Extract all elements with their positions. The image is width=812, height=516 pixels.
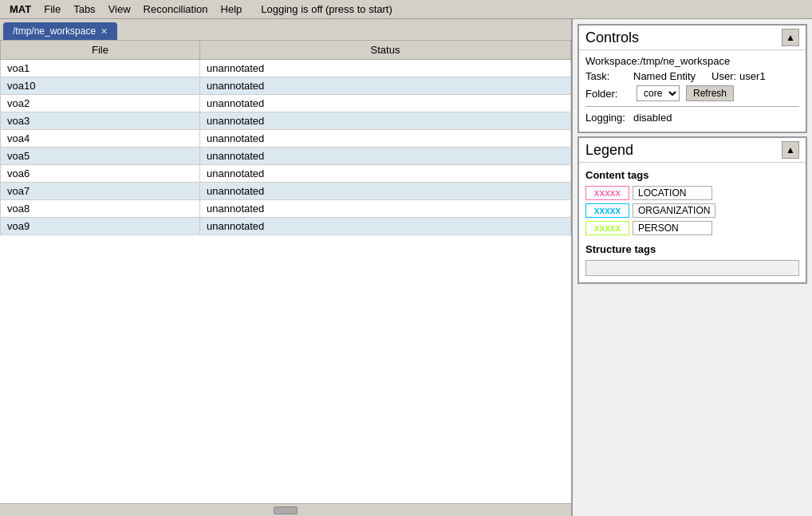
table-row[interactable]: voa7unannotated — [1, 183, 571, 200]
col-file: File — [1, 41, 200, 60]
legend-collapse-button[interactable]: ▲ — [782, 141, 799, 159]
table-row[interactable]: voa8unannotated — [1, 200, 571, 218]
controls-title: Controls — [585, 30, 639, 46]
cell-status: unannotated — [200, 77, 571, 95]
table-row[interactable]: voa9unannotated — [1, 218, 571, 235]
folder-select[interactable]: core — [637, 85, 680, 101]
controls-collapse-button[interactable]: ▲ — [782, 29, 799, 46]
legend-tag-swatch: xxxxx — [585, 203, 629, 218]
cell-file: voa8 — [1, 200, 200, 218]
task-row: Task: Named Entity User: user1 — [585, 70, 799, 82]
cell-file: voa6 — [1, 165, 200, 183]
cell-file: voa2 — [1, 95, 200, 112]
bottom-scrollbar[interactable] — [0, 503, 571, 516]
user-label: User: — [711, 70, 736, 82]
table-row[interactable]: voa3unannotated — [1, 112, 571, 130]
workspace-tab[interactable]: /tmp/ne_workspace ✕ — [3, 22, 117, 40]
legend-title: Legend — [585, 142, 633, 159]
table-row[interactable]: voa4unannotated — [1, 130, 571, 148]
legend-item: xxxxxLOCATION — [585, 186, 799, 200]
controls-divider — [585, 106, 799, 107]
logging-value: disabled — [633, 112, 672, 124]
legend-tag-name: ORGANIZATION — [633, 203, 715, 218]
table-row[interactable]: voa10unannotated — [1, 77, 571, 95]
legend-tag-name: PERSON — [633, 221, 712, 235]
menu-view[interactable]: View — [102, 2, 137, 17]
file-table-container: File Status voa1unannotatedvoa10unannota… — [0, 40, 571, 503]
structure-tags-placeholder — [585, 260, 799, 276]
tab-bar: /tmp/ne_workspace ✕ — [0, 19, 571, 40]
controls-header: Controls ▲ — [579, 26, 806, 50]
cell-status: unannotated — [200, 165, 571, 183]
cell-status: unannotated — [200, 130, 571, 148]
controls-section: Controls ▲ Workspace: /tmp/ne_workspace … — [577, 24, 807, 133]
table-row[interactable]: voa2unannotated — [1, 95, 571, 112]
content-tags-label: Content tags — [585, 169, 799, 181]
user-value: user1 — [739, 70, 766, 82]
legend-header: Legend ▲ — [579, 138, 806, 163]
main-container: /tmp/ne_workspace ✕ File Status voa1unan… — [0, 19, 812, 516]
logging-row: Logging: disabled — [585, 112, 799, 124]
scrollbar-thumb[interactable] — [274, 506, 298, 514]
cell-file: voa4 — [1, 130, 200, 148]
refresh-button[interactable]: Refresh — [686, 85, 734, 101]
col-status: Status — [200, 41, 571, 60]
logging-label: Logging: — [585, 112, 633, 124]
cell-file: voa3 — [1, 112, 200, 130]
legend-section: Legend ▲ Content tags xxxxxLOCATIONxxxxx… — [577, 136, 807, 284]
cell-file: voa1 — [1, 60, 200, 77]
table-row[interactable]: voa6unannotated — [1, 165, 571, 183]
file-table: File Status voa1unannotatedvoa10unannota… — [0, 40, 571, 235]
folder-row: Folder: core Refresh — [585, 85, 799, 101]
tab-close-icon[interactable]: ✕ — [101, 26, 108, 37]
workspace-row: Workspace: /tmp/ne_workspace — [585, 55, 799, 67]
task-label: Task: — [585, 70, 633, 82]
menu-file[interactable]: File — [37, 2, 67, 17]
legend-tag-swatch: xxxxx — [585, 221, 629, 235]
legend-tags-container: xxxxxLOCATIONxxxxxORGANIZATIONxxxxxPERSO… — [585, 186, 799, 235]
cell-file: voa10 — [1, 77, 200, 95]
cell-file: voa9 — [1, 218, 200, 235]
workspace-label: Workspace: — [585, 55, 640, 67]
menu-tabs[interactable]: Tabs — [67, 2, 101, 17]
table-row[interactable]: voa1unannotated — [1, 60, 571, 77]
task-value: Named Entity — [633, 70, 696, 82]
menu-help[interactable]: Help — [215, 2, 249, 17]
menu-mat[interactable]: MAT — [3, 2, 37, 17]
legend-tag-name: LOCATION — [633, 186, 712, 200]
cell-status: unannotated — [200, 200, 571, 218]
cell-file: voa5 — [1, 148, 200, 165]
workspace-value: /tmp/ne_workspace — [640, 55, 730, 67]
tab-label: /tmp/ne_workspace — [13, 26, 96, 37]
folder-label: Folder: — [585, 88, 633, 100]
cell-status: unannotated — [200, 148, 571, 165]
cell-status: unannotated — [200, 218, 571, 235]
cell-status: unannotated — [200, 60, 571, 77]
legend-tag-swatch: xxxxx — [585, 186, 629, 200]
table-row[interactable]: voa5unannotated — [1, 148, 571, 165]
right-panel: Controls ▲ Workspace: /tmp/ne_workspace … — [573, 19, 812, 516]
controls-body: Workspace: /tmp/ne_workspace Task: Named… — [579, 50, 806, 132]
structure-tags-label: Structure tags — [585, 243, 799, 255]
cell-status: unannotated — [200, 112, 571, 130]
menubar: MAT File Tabs View Reconciliation Help L… — [0, 0, 812, 19]
logging-status[interactable]: Logging is off (press to start) — [261, 3, 392, 15]
left-panel: /tmp/ne_workspace ✕ File Status voa1unan… — [0, 19, 573, 516]
table-body: voa1unannotatedvoa10unannotatedvoa2unann… — [1, 60, 571, 235]
cell-status: unannotated — [200, 95, 571, 112]
legend-body: Content tags xxxxxLOCATIONxxxxxORGANIZAT… — [579, 163, 806, 282]
legend-item: xxxxxPERSON — [585, 221, 799, 235]
legend-item: xxxxxORGANIZATION — [585, 203, 799, 218]
cell-file: voa7 — [1, 183, 200, 200]
menu-reconciliation[interactable]: Reconciliation — [137, 2, 215, 17]
cell-status: unannotated — [200, 183, 571, 200]
